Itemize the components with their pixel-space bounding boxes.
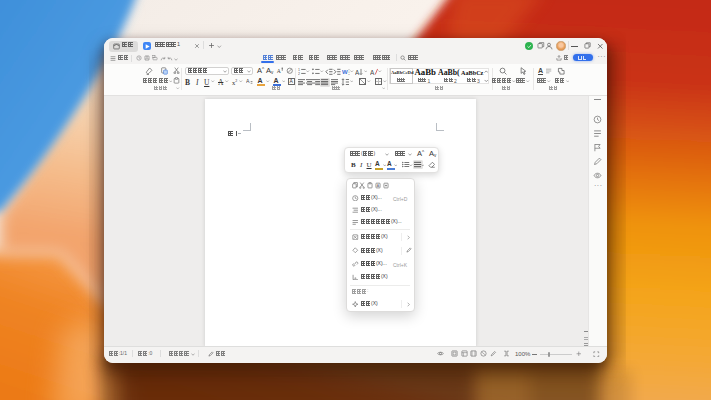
svg-text:W: W (342, 69, 348, 75)
svg-text:A: A (370, 68, 375, 75)
svg-text:A: A (246, 78, 250, 84)
svg-text:A: A (355, 68, 360, 75)
svg-text:A: A (276, 67, 281, 73)
svg-text:A: A (377, 184, 380, 188)
svg-text:2: 2 (298, 72, 300, 75)
